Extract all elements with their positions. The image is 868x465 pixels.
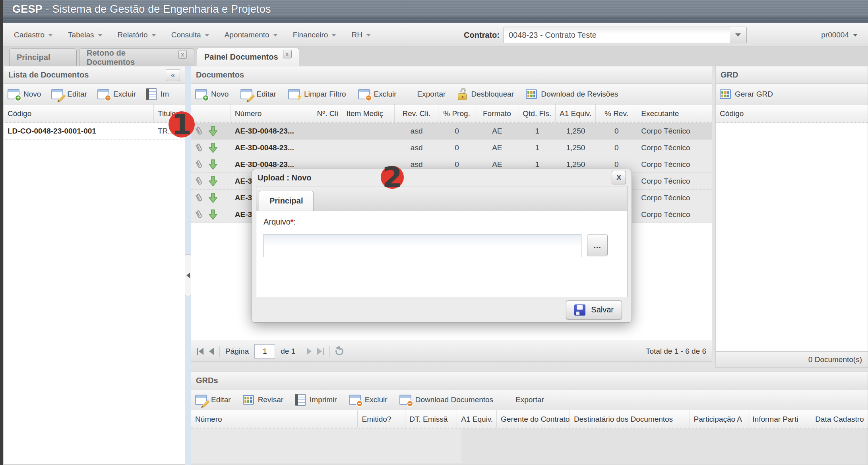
first-page-button[interactable] [197, 348, 203, 355]
revisar-button[interactable]: Revisar [243, 395, 283, 405]
download-arrow-icon[interactable] [209, 159, 217, 170]
menu-consulta[interactable]: Consulta [171, 31, 209, 39]
editar-button[interactable]: Editar [51, 89, 87, 99]
close-icon[interactable]: X [612, 171, 626, 184]
paperclip-icon[interactable] [193, 141, 205, 154]
close-icon[interactable]: x [178, 50, 187, 59]
column-n-cliente[interactable]: Nº. Cli [313, 105, 343, 122]
previous-page-button[interactable] [209, 348, 214, 355]
paperclip-icon[interactable] [193, 158, 205, 170]
column-numero[interactable]: Número [231, 105, 313, 122]
table-row[interactable]: AE-3D-0048-23... asd 0 AE 1 1,250 0 Corp… [191, 140, 712, 156]
refresh-icon[interactable] [334, 346, 345, 356]
excluir-button[interactable]: − Excluir [349, 395, 388, 405]
dialog-title-bar[interactable]: Upload : Novo X [252, 169, 632, 186]
tab-retono-de-documentos[interactable]: Retono de Documentos x [79, 48, 194, 66]
window-new-icon: + [8, 89, 19, 99]
paperclip-icon[interactable] [193, 124, 205, 137]
cell-formato: AE [475, 123, 519, 139]
salvar-button[interactable]: Salvar [566, 300, 622, 320]
column-codigo[interactable]: Código [716, 105, 868, 122]
arquivo-field-label: Arquivo*: [264, 217, 296, 227]
exportar-button[interactable]: Exportar [515, 395, 544, 404]
column-executante[interactable]: Executante [637, 105, 712, 122]
menu-cadastro[interactable]: Cadastro [14, 31, 53, 39]
table-row[interactable]: AE-3D-0048-23... asd 0 AE 1 1,250 0 Corp… [191, 123, 712, 140]
novo-button[interactable]: + Novo [8, 89, 41, 99]
menu-label: Tabelas [68, 31, 94, 39]
download-arrow-icon[interactable] [209, 143, 217, 153]
column-a1-equiv[interactable]: A1 Equiv. [556, 105, 596, 122]
paperclip-icon[interactable] [193, 208, 205, 221]
column-gerente-contrato[interactable]: Gerente do Contrato [497, 410, 570, 428]
browse-button[interactable]: ... [587, 234, 608, 256]
download-documentos-button[interactable]: − Download Documentos [399, 395, 493, 405]
splitter-collapse-handle[interactable] [185, 254, 191, 296]
column-codigo[interactable]: Código [4, 105, 154, 122]
menu-rh[interactable]: RH [351, 31, 370, 39]
column-data-cadastro[interactable]: Data Cadastro [811, 410, 868, 428]
menu-label: RH [351, 31, 362, 39]
button-label: Excluir [365, 395, 388, 404]
tab-principal[interactable]: Principal [259, 191, 314, 211]
collapse-panel-button[interactable]: « [166, 69, 180, 81]
column-perc-rev[interactable]: % Rev. [596, 105, 637, 122]
column-formato[interactable]: Formato [475, 105, 519, 122]
chevron-down-icon [98, 34, 103, 37]
download-de-revisoes-button[interactable]: Download de Revisões [526, 89, 618, 99]
chevron-down-icon [151, 34, 156, 37]
column-numero[interactable]: Número [191, 410, 358, 428]
download-arrow-icon[interactable] [209, 209, 217, 220]
editar-button[interactable]: Editar [195, 395, 231, 405]
button-label: Download Documentos [415, 395, 493, 404]
paperclip-icon[interactable] [193, 191, 205, 204]
page-number-input[interactable] [254, 344, 275, 358]
last-page-button[interactable] [317, 348, 324, 355]
unlock-icon [457, 88, 467, 100]
column-perc-prog[interactable]: % Prog. [438, 105, 475, 122]
next-page-button[interactable] [307, 348, 312, 355]
column-informar-participacao[interactable]: Informar Parti [748, 410, 811, 428]
imprimir-button[interactable]: Imprimir [295, 394, 337, 406]
close-icon[interactable]: x [283, 50, 292, 58]
column-rev-cliente[interactable]: Rev. Cli. [395, 105, 438, 122]
download-arrow-icon[interactable] [209, 126, 217, 136]
editar-button[interactable]: Editar [240, 89, 276, 99]
tab-painel-documentos[interactable]: Painel Documentos x [197, 48, 299, 66]
menu-relatorio[interactable]: Relatório [118, 31, 156, 39]
limpar-filtro-button[interactable]: Limpar Filtro [288, 89, 346, 99]
column-participacao[interactable]: Participação A [690, 410, 749, 428]
imprimir-button-truncated[interactable]: Im [146, 88, 169, 100]
combo-dropdown-button[interactable] [730, 27, 746, 43]
paperclip-icon[interactable] [193, 174, 205, 187]
grds-panel-header: GRDs [191, 372, 868, 389]
menu-apontamento[interactable]: Apontamento [225, 31, 278, 39]
workspace-tab-bar: Principal Retono de Documentos x Painel … [3, 47, 868, 66]
excluir-button[interactable]: − Excluir [97, 89, 136, 99]
page-label: Página [225, 347, 249, 356]
excluir-button[interactable]: − Excluir [358, 89, 397, 99]
column-qtd-fls[interactable]: Qtd. Fls. [519, 105, 556, 122]
desbloquear-button[interactable]: Desbloquear [457, 88, 514, 100]
contract-combobox[interactable]: 0048-23 - Contrato Teste [504, 27, 747, 43]
menu-financeiro[interactable]: Financeiro [293, 31, 337, 39]
button-label: Excluir [374, 90, 397, 99]
user-menu[interactable]: pr00004 [821, 23, 858, 47]
tab-principal[interactable]: Principal [9, 48, 77, 66]
column-a1-equiv[interactable]: A1 Equiv. [457, 410, 497, 428]
column-dt-emissao[interactable]: DT. Emissã [405, 410, 457, 428]
download-arrow-icon[interactable] [209, 176, 217, 186]
cell-perc-prog: 0 [438, 140, 475, 156]
column-destinatario-documentos[interactable]: Destinatário dos Documentos [570, 410, 690, 428]
exportar-button[interactable]: Exportar [417, 90, 446, 99]
novo-button[interactable]: + Novo [195, 89, 229, 99]
gerar-grd-button[interactable]: Gerar GRD [720, 89, 773, 99]
download-arrow-icon[interactable] [209, 193, 217, 203]
column-emitido[interactable]: Emitido? [358, 410, 405, 428]
table-row[interactable]: LD-CO-0048-23-0001-001 TR... [4, 123, 185, 140]
menu-tabelas[interactable]: Tabelas [68, 31, 103, 39]
arquivo-file-input[interactable] [264, 234, 581, 257]
column-item-medicao[interactable]: Item Mediç [342, 105, 395, 122]
contract-value: 0048-23 - Contrato Teste [504, 31, 730, 40]
button-label: Excluir [113, 90, 136, 99]
